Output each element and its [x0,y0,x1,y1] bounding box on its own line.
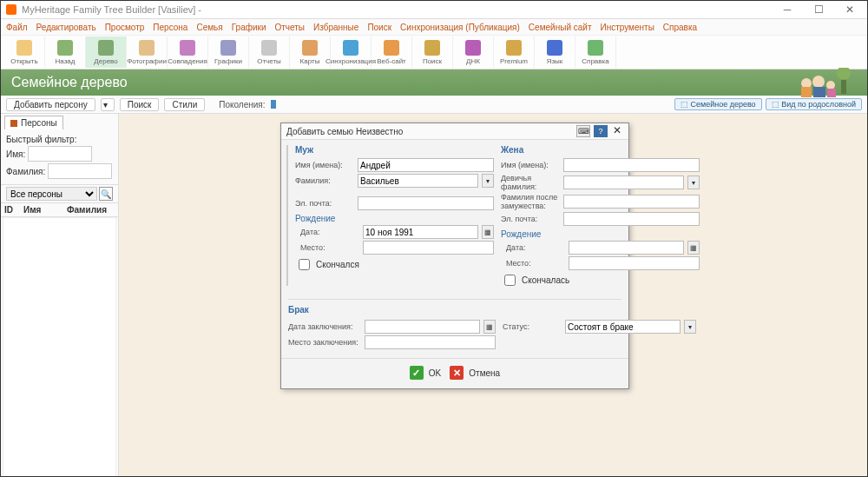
sub-toolbar: Добавить персону ▾ Поиск Стили Поколения… [1,96,867,114]
page-title: Семейное дерево [11,75,128,90]
cancel-button[interactable]: ✕Отмена [450,366,500,380]
menu-Семейный сайт[interactable]: Семейный сайт [529,23,592,32]
menu-Избранные[interactable]: Избранные [313,23,358,32]
pedigree-view-button[interactable]: ⬚ Вид по родословной [766,98,862,110]
Совпадения-icon [180,40,195,56]
menu-Редактировать[interactable]: Редактировать [36,23,96,32]
family-tree-view-button[interactable]: ⬚ Семейное дерево [674,98,762,110]
add-family-dialog: Добавить семью Неизвестно ⌨ ? ✕ [280,123,629,389]
husband-deceased-checkbox[interactable] [299,259,310,270]
wife-married-surname-input[interactable] [563,195,700,209]
toolbar-Карты[interactable]: Карты [290,36,331,68]
ok-button[interactable]: ✓OK [410,366,441,380]
family-art-icon [789,68,858,97]
x-icon: ✕ [450,366,464,380]
close-button[interactable]: ✕ [834,1,865,18]
wife-name-input[interactable] [563,158,700,172]
page-header: Семейное дерево [1,70,867,96]
wife-deceased-checkbox[interactable] [504,275,516,286]
toolbar-Дерево[interactable]: Дерево [86,36,127,68]
persons-tab-icon [10,120,17,127]
persons-table-body [3,217,116,477]
dialog-close-button[interactable]: ✕ [611,125,623,136]
search-icon[interactable]: 🔍 [99,187,113,201]
toolbar-Открыть[interactable]: Открыть [4,36,45,68]
husband-birth-place-input[interactable] [363,241,494,255]
menu-Графики[interactable]: Графики [232,23,266,32]
calendar-icon[interactable]: ▦ [482,225,494,239]
maximize-button[interactable]: ☐ [803,1,834,18]
Premium-icon [506,40,522,56]
menu-Справка[interactable]: Справка [663,23,697,32]
Дерево-icon [98,40,114,56]
svg-point-3 [812,76,825,88]
all-persons-select[interactable]: Все персоны [6,187,97,201]
filter-surname-input[interactable] [48,163,112,179]
wife-column: Жена Имя (имена): Девичья фамилия:▾ Фами… [501,145,700,290]
toolbar-Совпадения[interactable]: Совпадения [168,36,208,68]
wife-birth-place-input[interactable] [569,256,700,270]
menu-Семья[interactable]: Семья [196,23,222,32]
check-icon: ✓ [410,366,424,380]
marriage-status-select[interactable] [565,320,681,334]
add-person-dropdown[interactable]: ▾ [101,98,115,111]
wife-email-input[interactable] [563,212,700,226]
couple-illustration [286,145,288,286]
menu-Инструменты[interactable]: Инструменты [600,23,654,32]
add-person-button[interactable]: Добавить персону [6,98,95,111]
dialog-title: Добавить семью Неизвестно [286,127,403,136]
menu-Персона[interactable]: Персона [153,23,187,32]
persons-tab[interactable]: Персоны [4,116,63,129]
minimize-button[interactable]: ─ [772,1,803,18]
Открыть-icon [16,40,32,56]
husband-birth-date-input[interactable] [363,225,478,239]
toolbar-Фотографии[interactable]: Фотографии [127,36,168,68]
menu-Синхронизация (Публикация)[interactable]: Синхронизация (Публикация) [400,23,520,32]
toolbar-Назад[interactable]: Назад [45,36,86,68]
sidebar: Персоны Быстрый фильтр: Имя: Фамилия: Вс… [1,114,119,477]
marriage-date-input[interactable] [365,320,480,334]
filter-name-input[interactable] [28,146,92,162]
calendar-icon[interactable]: ▦ [687,241,700,255]
Графики-icon [220,40,236,56]
svg-rect-4 [801,87,812,97]
wife-birth-date-input[interactable] [569,241,684,255]
marriage-place-input[interactable] [365,335,496,349]
help-icon[interactable]: ? [594,125,608,137]
maiden-dropdown[interactable]: ▾ [687,176,700,189]
husband-surname-input[interactable] [358,174,478,188]
status-dropdown[interactable]: ▾ [684,320,696,334]
wife-maiden-input[interactable] [563,176,684,189]
svg-rect-5 [813,87,825,97]
toolbar-ДНК[interactable]: ДНК [453,36,494,68]
toolbar-Синхронизация[interactable]: Синхронизация [331,36,372,68]
toolbar-Язык[interactable]: Язык [535,36,575,68]
menu-Отчеты[interactable]: Отчеты [274,23,305,32]
toolbar-Графики[interactable]: Графики [208,36,249,68]
toolbar-Premium[interactable]: Premium [494,36,535,68]
toolbar-Поиск[interactable]: Поиск [412,36,453,68]
Веб-сайт-icon [384,40,399,56]
husband-name-input[interactable] [358,158,494,172]
Поиск-icon [424,40,440,56]
menu-Файл[interactable]: Файл [6,23,28,32]
generations-slider[interactable] [271,100,276,109]
svg-point-6 [826,81,835,89]
husband-column: Муж Имя (имена): Фамилия:▾ Эл. почта: Ро… [295,145,494,290]
menu-Поиск[interactable]: Поиск [367,23,391,32]
surname-dropdown[interactable]: ▾ [482,174,494,188]
calendar-icon[interactable]: ▦ [483,320,496,334]
keyboard-icon[interactable]: ⌨ [576,125,590,137]
ДНК-icon [465,40,481,56]
menu-Просмотр[interactable]: Просмотр [105,23,145,32]
toolbar-Справка[interactable]: Справка [575,36,616,68]
toolbar-Веб-сайт[interactable]: Веб-сайт [372,36,412,68]
main-toolbar: ОткрытьНазадДеревоФотографииСовпаденияГр… [1,36,867,70]
husband-email-input[interactable] [358,196,494,210]
window-title: MyHeritage Family Tree Builder [Vasiliev… [22,4,201,15]
Отчеты-icon [261,40,277,56]
search-button[interactable]: Поиск [120,98,160,111]
styles-button[interactable]: Стили [164,98,205,111]
Фотографии-icon [139,40,155,56]
toolbar-Отчеты[interactable]: Отчеты [249,36,290,68]
